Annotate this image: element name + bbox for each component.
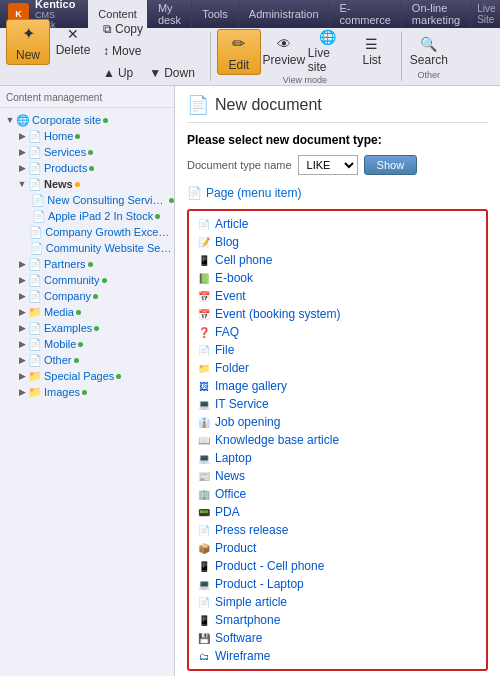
- tree-item-news[interactable]: ▼ 📄 News: [0, 176, 174, 192]
- status-dot-consulting: [169, 198, 174, 203]
- tab-administration[interactable]: Administration: [239, 0, 330, 28]
- tree-label-images: Images: [44, 386, 80, 398]
- doc-item-press-release[interactable]: 📄Press release: [193, 521, 482, 539]
- search-button[interactable]: 🔍 Search: [408, 34, 450, 70]
- move-button[interactable]: ↕ Move: [96, 41, 202, 61]
- tree-toggle-products[interactable]: ▶: [16, 162, 28, 174]
- tree-item-products[interactable]: ▶ 📄 Products: [0, 160, 174, 176]
- page-icon-mobile: 📄: [28, 337, 42, 351]
- tree-item-home[interactable]: ▶ 📄 Home: [0, 128, 174, 144]
- copy-button[interactable]: ⧉ Copy: [96, 19, 202, 39]
- preview-button[interactable]: 👁 Preview: [263, 29, 305, 75]
- doc-item-image-gallery[interactable]: 🖼Image gallery: [193, 377, 482, 395]
- form-label: Document type name: [187, 159, 292, 171]
- tree-item-company[interactable]: ▶ 📄 Company: [0, 288, 174, 304]
- doc-item-cell-phone[interactable]: 📱Cell phone: [193, 251, 482, 269]
- doc-item-product[interactable]: 📦Product: [193, 539, 482, 557]
- doc-item-simple-article[interactable]: 📄Simple article: [193, 593, 482, 611]
- move-icon: ↕: [103, 44, 109, 58]
- tree-toggle-special[interactable]: ▶: [16, 370, 28, 382]
- doc-icon-product: 📦: [197, 541, 211, 555]
- doc-item-e-book[interactable]: 📗E-book: [193, 269, 482, 287]
- tree-toggle-news[interactable]: ▼: [16, 178, 28, 190]
- tree-item-media[interactable]: ▶ 📁 Media: [0, 304, 174, 320]
- new-button[interactable]: ✦ New: [6, 19, 50, 65]
- tree-toggle-services[interactable]: ▶: [16, 146, 28, 158]
- app-name: Kentico: [35, 0, 76, 10]
- tree-item-mobile[interactable]: ▶ 📄 Mobile: [0, 336, 174, 352]
- tab-online-marketing[interactable]: On-line marketing: [402, 0, 471, 28]
- tree-toggle-company[interactable]: ▶: [16, 290, 28, 302]
- doc-item-smartphone[interactable]: 📱Smartphone: [193, 611, 482, 629]
- tree-toggle-mobile[interactable]: ▶: [16, 338, 28, 350]
- doc-item-blog[interactable]: 📝Blog: [193, 233, 482, 251]
- live-site-button[interactable]: Live Site: [471, 3, 500, 25]
- tree-item-services[interactable]: ▶ 📄 Services: [0, 144, 174, 160]
- status-dot-community: [102, 278, 107, 283]
- tree-toggle-partners[interactable]: ▶: [16, 258, 28, 270]
- doc-item-file[interactable]: 📄File: [193, 341, 482, 359]
- tree-item-images[interactable]: ▶ 📁 Images: [0, 384, 174, 400]
- doc-type-select[interactable]: LIKE: [298, 155, 358, 175]
- show-button[interactable]: Show: [364, 155, 418, 175]
- list-icon: ☰: [365, 36, 378, 52]
- tree-item-ipad[interactable]: 📄 Apple iPad 2 In Stock: [0, 208, 174, 224]
- tree-item-special-pages[interactable]: ▶ 📁 Special Pages: [0, 368, 174, 384]
- doc-item-event-booking[interactable]: 📅Event (booking system): [193, 305, 482, 323]
- page-icon-partners: 📄: [28, 257, 42, 271]
- doc-item-laptop[interactable]: 💻Laptop: [193, 449, 482, 467]
- doc-icon-news: 📰: [197, 469, 211, 483]
- status-dot-home: [75, 134, 80, 139]
- down-button[interactable]: ▼ Down: [142, 63, 202, 83]
- status-dot-images: [82, 390, 87, 395]
- tree-item-examples[interactable]: ▶ 📄 Examples: [0, 320, 174, 336]
- tree-item-partners[interactable]: ▶ 📄 Partners: [0, 256, 174, 272]
- tree-toggle-media[interactable]: ▶: [16, 306, 28, 318]
- group2-label: View mode: [217, 75, 393, 85]
- doc-item-job-opening[interactable]: 👔Job opening: [193, 413, 482, 431]
- page-icon-images: 📁: [28, 385, 42, 399]
- up-button[interactable]: ▲ Up: [96, 63, 140, 83]
- tree-toggle-examples[interactable]: ▶: [16, 322, 28, 334]
- tab-ecommerce[interactable]: E-commerce: [330, 0, 402, 28]
- doc-item-faq[interactable]: ❓FAQ: [193, 323, 482, 341]
- doc-item-it-service[interactable]: 💻IT Service: [193, 395, 482, 413]
- doc-item-knowledge-base[interactable]: 📖Knowledge base article: [193, 431, 482, 449]
- page-icon-growth: 📄: [29, 225, 43, 239]
- tree-item-growth[interactable]: 📄 Company Growth Exceeds E: [0, 224, 174, 240]
- tree-label-ipad: Apple iPad 2 In Stock: [48, 210, 153, 222]
- delete-button[interactable]: ✕ Delete: [52, 19, 94, 65]
- tree-toggle-images[interactable]: ▶: [16, 386, 28, 398]
- tree-toggle-corporate[interactable]: ▼: [4, 114, 16, 126]
- doc-item-product-laptop[interactable]: 💻Product - Laptop: [193, 575, 482, 593]
- tree-item-corporate[interactable]: ▼ 🌐 Corporate site: [0, 112, 174, 128]
- page-icon-home: 📄: [28, 129, 42, 143]
- tree-item-other[interactable]: ▶ 📄 Other: [0, 352, 174, 368]
- doc-item-office[interactable]: 🏢Office: [193, 485, 482, 503]
- doc-item-product-cell-phone[interactable]: 📱Product - Cell phone: [193, 557, 482, 575]
- live-site-view-button[interactable]: 🌐 Live site: [307, 29, 349, 75]
- doc-item-article[interactable]: 📄Article: [193, 215, 482, 233]
- doc-item-news[interactable]: 📰News: [193, 467, 482, 485]
- page-menu-item-link[interactable]: 📄 Page (menu item): [187, 183, 488, 203]
- page-menu-icon: 📄: [187, 186, 202, 200]
- page-icon-company: 📄: [28, 289, 42, 303]
- preview-icon: 👁: [277, 36, 291, 52]
- doc-item-software[interactable]: 💾Software: [193, 629, 482, 647]
- doc-item-pda[interactable]: 📟PDA: [193, 503, 482, 521]
- tree-toggle-community[interactable]: ▶: [16, 274, 28, 286]
- page-icon-community: 📄: [28, 273, 42, 287]
- tree-toggle-home[interactable]: ▶: [16, 130, 28, 142]
- list-button[interactable]: ☰ List: [351, 29, 393, 75]
- tree-toggle-other[interactable]: ▶: [16, 354, 28, 366]
- tree-item-new-consulting[interactable]: 📄 New Consulting Services: [0, 192, 174, 208]
- tree-item-community[interactable]: ▶ 📄 Community: [0, 272, 174, 288]
- doc-item-event[interactable]: 📅Event: [193, 287, 482, 305]
- group3-label: Other: [408, 70, 450, 80]
- site-icon: 🌐: [16, 113, 30, 127]
- edit-button[interactable]: ✏ Edit: [217, 29, 261, 75]
- doc-item-folder[interactable]: 📁Folder: [193, 359, 482, 377]
- doc-item-wireframe[interactable]: 🗂Wireframe: [193, 647, 482, 665]
- tree-item-community-section[interactable]: 📄 Community Website Section: [0, 240, 174, 256]
- page-icon-other: 📄: [28, 353, 42, 367]
